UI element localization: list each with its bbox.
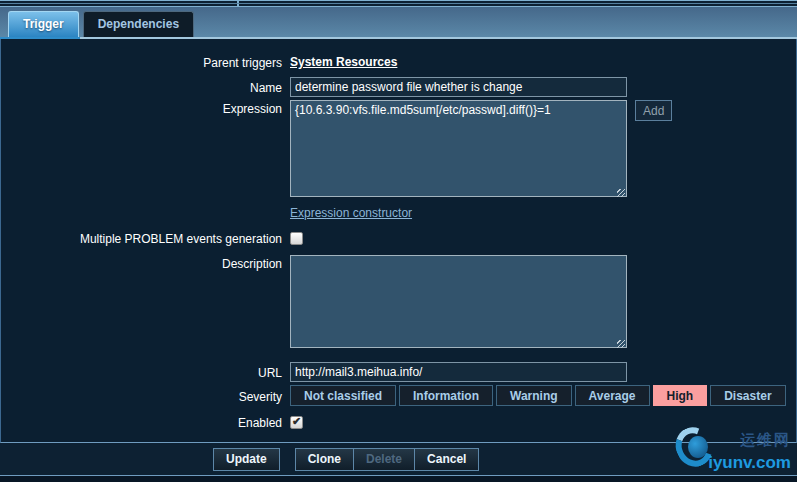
severity-not-classified-button[interactable]: Not classified — [290, 385, 396, 406]
severity-warning-button[interactable]: Warning — [496, 385, 572, 406]
add-expression-button[interactable]: Add — [635, 100, 672, 121]
update-button[interactable]: Update — [213, 448, 280, 471]
severity-high-button[interactable]: High — [653, 385, 708, 406]
severity-information-button[interactable]: Information — [399, 385, 493, 406]
description-textarea-wrap — [290, 255, 627, 351]
trigger-form: Parent triggers System Resources Name Ex… — [0, 39, 797, 443]
footer-button-group: Clone Delete Cancel — [295, 448, 480, 471]
tab-underline — [0, 37, 797, 39]
top-strip-divider — [237, 1, 239, 6]
row-enabled: Enabled — [1, 414, 796, 430]
tab-dependencies[interactable]: Dependencies — [83, 11, 194, 37]
severity-disaster-button[interactable]: Disaster — [710, 385, 785, 406]
row-severity: Severity Not classified Information Warn… — [1, 385, 796, 406]
expression-constructor-link[interactable]: Expression constructor — [290, 206, 412, 220]
url-input[interactable] — [290, 362, 627, 382]
severity-label: Severity — [1, 388, 282, 404]
row-parent-triggers: Parent triggers System Resources — [1, 54, 796, 70]
expression-textarea-wrap: {10.6.3.90:vfs.file.md5sum[/etc/passwd].… — [290, 100, 627, 200]
multiple-events-checkbox[interactable] — [290, 232, 303, 245]
delete-button[interactable]: Delete — [353, 448, 415, 471]
row-url: URL — [1, 362, 796, 382]
row-expression-constructor: Expression constructor — [1, 206, 796, 220]
clone-button[interactable]: Clone — [295, 448, 354, 471]
row-multiple-events: Multiple PROBLEM events generation — [1, 230, 796, 246]
severity-button-group: Not classified Information Warning Avera… — [290, 385, 796, 406]
multiple-events-label: Multiple PROBLEM events generation — [1, 230, 282, 246]
cancel-button[interactable]: Cancel — [414, 448, 479, 471]
enabled-label: Enabled — [1, 414, 282, 430]
top-remnant-strip — [0, 0, 797, 7]
tab-bar: Trigger Dependencies — [0, 7, 797, 37]
form-footer: Update Clone Delete Cancel — [0, 443, 797, 476]
row-description: Description — [1, 255, 796, 351]
description-textarea[interactable] — [290, 255, 627, 348]
url-label: URL — [1, 364, 282, 380]
tab-trigger[interactable]: Trigger — [8, 11, 79, 37]
row-expression: Expression {10.6.3.90:vfs.file.md5sum[/e… — [1, 100, 796, 200]
enabled-checkbox[interactable] — [290, 416, 303, 429]
parent-trigger-link[interactable]: System Resources — [290, 55, 397, 69]
bottom-strip — [0, 476, 797, 482]
name-input[interactable] — [290, 77, 627, 97]
expression-label: Expression — [1, 100, 282, 116]
expression-textarea[interactable]: {10.6.3.90:vfs.file.md5sum[/etc/passwd].… — [290, 100, 627, 197]
name-label: Name — [1, 79, 282, 95]
description-label: Description — [1, 255, 282, 271]
parent-triggers-label: Parent triggers — [1, 54, 282, 70]
severity-average-button[interactable]: Average — [575, 385, 650, 406]
row-name: Name — [1, 77, 796, 97]
